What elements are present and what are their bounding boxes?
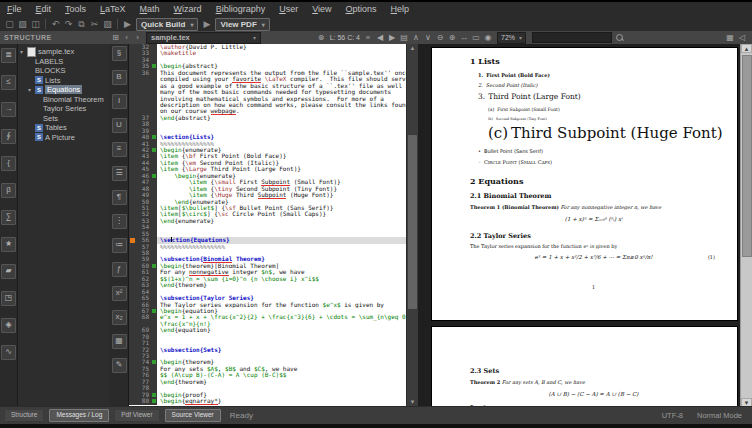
tree-item-sets[interactable]: Sets (18, 114, 110, 124)
enumerate-icon[interactable]: ≔ (112, 238, 127, 253)
picture-icon[interactable]: ✎ (112, 358, 127, 373)
italic-icon[interactable]: I (112, 94, 127, 109)
structure-panel-icon[interactable]: ≣ (1, 48, 16, 63)
itemize-icon[interactable]: ⋮ (112, 214, 127, 229)
pdf-search-input[interactable] (532, 32, 612, 43)
subscript-icon[interactable]: x₂ (112, 310, 127, 325)
pdf-viewer[interactable]: 1 Lists 1.First Point (Bold Face)2.Secon… (418, 44, 752, 407)
fold-marker-icon[interactable] (152, 393, 156, 397)
open-file-icon[interactable]: ▧ (16, 18, 29, 31)
fold-marker-icon[interactable] (152, 264, 156, 268)
fold-marker-icon[interactable] (152, 148, 156, 152)
delimiters-icon[interactable]: { (1, 156, 16, 171)
open-file-selector[interactable]: sample.tex ▾ (146, 32, 261, 44)
view-pdf-combo[interactable]: View PDF▾ (215, 18, 269, 31)
menu-help[interactable]: Help (384, 2, 417, 17)
sectioning-icon[interactable]: § (112, 46, 127, 61)
bold-icon[interactable]: B (112, 70, 127, 85)
cut-icon[interactable]: ✂ (88, 18, 101, 31)
fold-marker-icon[interactable] (152, 309, 156, 313)
menu-edit[interactable]: Edit (29, 2, 59, 17)
tree-item-equations[interactable]: ▾SEquations (18, 85, 110, 95)
first-page-icon[interactable]: « (362, 33, 374, 42)
menu-math[interactable]: Math (133, 2, 167, 17)
status-toggle-structure[interactable]: Structure (4, 409, 44, 422)
quick-build-combo[interactable]: Quick Build▾ (136, 18, 198, 31)
align-center-icon[interactable]: ☰ (112, 166, 127, 181)
scroll-up-icon[interactable]: ∧ (410, 33, 422, 42)
tikz-icon[interactable]: ◈ (1, 318, 16, 333)
tree-item-a-picture[interactable]: SA Picture (18, 133, 110, 143)
menu-user[interactable]: User (272, 2, 305, 17)
previous-page-icon[interactable]: ◀ (374, 33, 386, 42)
zoom-in-icon[interactable]: ⊕ (446, 33, 458, 42)
menu-file[interactable]: File (0, 2, 29, 17)
relation-symbols-icon[interactable]: ≤ (1, 75, 16, 90)
arrow-symbols-icon[interactable]: → (1, 102, 16, 117)
most-used-icon[interactable]: ∑ (1, 210, 16, 225)
tree-expander-icon[interactable]: ▾ (20, 48, 27, 55)
pstricks-icon[interactable]: ▰ (1, 264, 16, 279)
menu-options[interactable]: Options (339, 2, 384, 17)
scroll-up-arrow[interactable]: ▲ (407, 44, 418, 53)
split-view-icon[interactable]: ⊞ (110, 33, 121, 42)
copy-icon[interactable]: ⧉ (75, 18, 88, 31)
fold-marker-icon[interactable] (152, 64, 156, 68)
favorite-symbols-icon[interactable]: ★ (1, 237, 16, 252)
code-line[interactable]: 80\begin{eqnarray*} (129, 398, 406, 404)
save-icon[interactable]: ◫ (29, 18, 42, 31)
detach-viewer-icon[interactable]: ◁ (736, 33, 748, 42)
status-toggle-pdf-viewer[interactable]: Pdf Viewer (114, 409, 159, 422)
redo-icon[interactable]: ↷ (62, 18, 75, 31)
tree-item-taylor-series[interactable]: Taylor Series (18, 104, 110, 114)
paste-icon[interactable]: ▨ (101, 18, 114, 31)
tree-item-binomial-theorem[interactable]: Binomial Theorem (18, 95, 110, 105)
tree-item-tables[interactable]: STables (18, 123, 110, 133)
next-document-icon[interactable]: › (132, 33, 143, 42)
fit-width-icon[interactable]: ↔ (458, 33, 470, 42)
superscript-icon[interactable]: x² (112, 286, 127, 301)
metapost-icon[interactable]: ◳ (1, 291, 16, 306)
scroll-down-icon[interactable]: ∨ (422, 33, 434, 42)
scrollbar-thumb[interactable] (408, 135, 417, 309)
continuous-mode-icon[interactable]: ▤ (398, 33, 410, 42)
menu-wizard[interactable]: Wizard (167, 2, 209, 17)
zoom-out-icon[interactable]: ⊖ (434, 33, 446, 42)
undo-icon[interactable]: ↶ (49, 18, 62, 31)
status-toggle-messages-log[interactable]: Messages / Log (49, 409, 109, 422)
menu-bibliography[interactable]: Bibliography (209, 2, 273, 17)
menu-view[interactable]: View (305, 2, 338, 17)
status-toggle-source-viewer[interactable]: Source Viewer (165, 409, 221, 422)
quick-build-run-icon[interactable]: ▶ (121, 18, 134, 31)
menu-latex[interactable]: LaTeX (93, 2, 133, 17)
next-page-icon[interactable]: ▶ (386, 33, 398, 42)
editor-scrollbar[interactable]: ▲ ▼ (406, 44, 418, 407)
new-line-icon[interactable]: ¶ (112, 190, 127, 205)
scrollbar-thumb[interactable] (742, 55, 752, 257)
tree-expander-icon[interactable]: ▾ (28, 86, 35, 93)
fold-marker-icon[interactable] (152, 135, 156, 139)
align-left-icon[interactable]: ≡ (112, 142, 127, 157)
tree-item-sample-tex[interactable]: ▾sample.tex (18, 47, 110, 57)
misc-math-icon[interactable]: ∮ (1, 129, 16, 144)
fold-marker-icon[interactable] (152, 399, 156, 403)
matrix-icon[interactable]: ▦ (112, 334, 127, 349)
fit-page-icon[interactable]: ▭ (470, 33, 482, 42)
previous-document-icon[interactable]: ‹ (121, 33, 132, 42)
new-document-icon[interactable]: ▢ (3, 18, 16, 31)
pdf-scrollbar[interactable]: ▲ ▼ (740, 44, 752, 407)
tree-item-labels[interactable]: LABELS (18, 57, 110, 67)
fraction-icon[interactable]: ƒ (112, 262, 127, 277)
greek-letters-icon[interactable]: β (1, 183, 16, 198)
view-pdf-run-icon[interactable]: ▶ (200, 18, 213, 31)
tree-item-blocks[interactable]: BLOCKS (18, 66, 110, 76)
source-editor[interactable]: 32\author{David P. Little}33\maketitle34… (129, 44, 406, 407)
scroll-up-arrow[interactable]: ▲ (741, 44, 752, 53)
tree-item-lists[interactable]: SLists (18, 76, 110, 86)
fold-marker-icon[interactable] (152, 174, 156, 178)
asymptote-icon[interactable]: ∿ (1, 345, 16, 360)
underline-icon[interactable]: U (112, 118, 127, 133)
zoom-level-selector[interactable]: 72% ▾ (497, 32, 526, 44)
menu-tools[interactable]: Tools (58, 2, 93, 17)
print-icon[interactable]: ▦ (724, 33, 736, 42)
